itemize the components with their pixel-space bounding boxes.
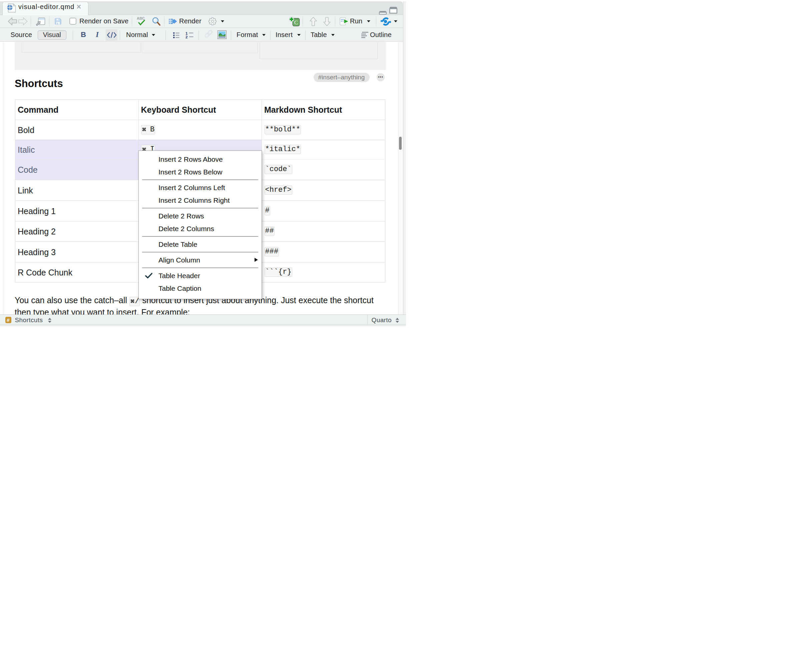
svg-text:2: 2	[185, 35, 188, 39]
svg-text:ABC: ABC	[137, 16, 145, 20]
svg-text:C: C	[294, 19, 298, 26]
svg-text:1: 1	[185, 31, 188, 35]
